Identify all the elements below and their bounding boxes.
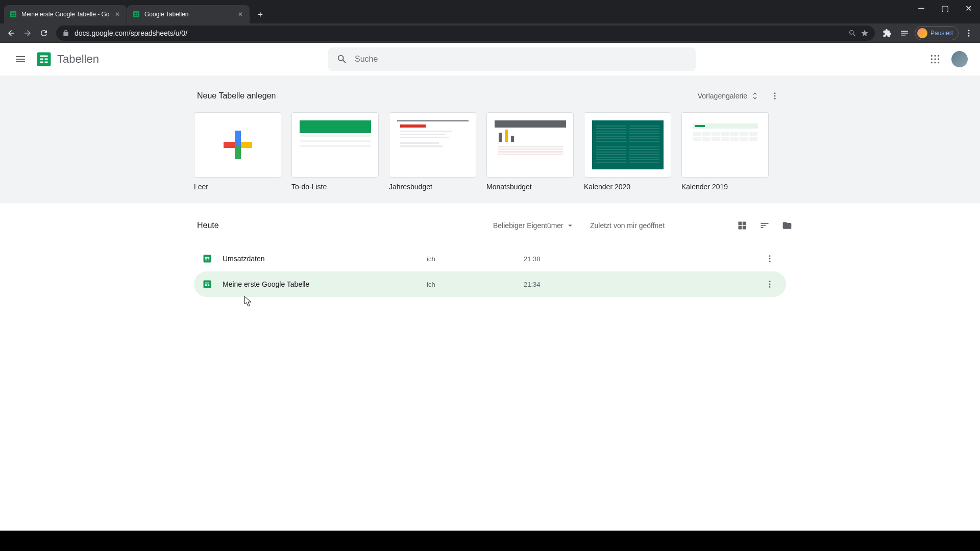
- svg-point-9: [931, 62, 933, 63]
- svg-point-3: [931, 55, 933, 57]
- zoom-icon[interactable]: [848, 29, 856, 37]
- docs-section: Heute Beliebiger Eigentümer Zuletzt von …: [0, 203, 980, 307]
- search-icon: [336, 54, 348, 65]
- search-bar[interactable]: [328, 47, 696, 71]
- document-name: Meine erste Google Tabelle: [223, 280, 427, 288]
- browser-tab[interactable]: Google Tabellen ✕: [127, 5, 250, 23]
- sheets-icon: [9, 10, 17, 18]
- profile-chip[interactable]: Pausiert: [915, 26, 959, 40]
- close-icon[interactable]: ✕: [236, 10, 244, 18]
- template-heading: Neue Tabelle anlegen: [197, 91, 276, 101]
- template-monthly-budget[interactable]: Monatsbudget: [486, 112, 574, 191]
- template-section: Neue Tabelle anlegen Vorlagengalerie: [0, 76, 980, 203]
- nav-forward-button[interactable]: [20, 26, 35, 40]
- lock-icon: [62, 30, 69, 37]
- profile-avatar: [917, 28, 927, 38]
- tab-title: Google Tabellen: [144, 11, 236, 18]
- close-icon[interactable]: ✕: [113, 10, 121, 18]
- template-label: Leer: [194, 183, 281, 191]
- sort-label: Zuletzt von mir geöffnet: [590, 221, 733, 230]
- template-label: To-do-Liste: [291, 183, 379, 191]
- tab-title: Meine erste Google Tabelle - Go: [21, 11, 113, 18]
- template-label: Jahresbudget: [389, 183, 476, 191]
- browser-address-bar: docs.google.com/spreadsheets/u/0/ Pausie…: [0, 23, 980, 43]
- window-maximize-button[interactable]: ▢: [933, 0, 957, 16]
- svg-point-20: [769, 286, 771, 288]
- owner-filter-label: Beliebiger Eigentümer: [493, 221, 564, 230]
- svg-point-18: [769, 281, 771, 282]
- app-header: Tabellen: [0, 43, 980, 76]
- reading-list-icon[interactable]: [897, 26, 912, 40]
- svg-point-13: [774, 95, 776, 97]
- template-todo[interactable]: To-do-Liste: [291, 112, 379, 191]
- search-input[interactable]: [355, 55, 688, 64]
- template-annual-budget[interactable]: Jahresbudget: [389, 112, 476, 191]
- svg-point-4: [934, 55, 936, 57]
- sheets-logo-icon: [35, 50, 53, 68]
- document-owner: ich: [427, 281, 524, 288]
- svg-point-2: [968, 35, 970, 37]
- sheets-file-icon: [202, 278, 212, 290]
- plus-icon: [224, 131, 252, 159]
- browser-tab[interactable]: Meine erste Google Tabelle - Go ✕: [4, 5, 127, 23]
- new-tab-button[interactable]: ＋: [253, 7, 267, 21]
- gallery-label: Vorlagengalerie: [698, 92, 747, 100]
- url-text: docs.google.com/spreadsheets/u/0/: [75, 29, 848, 37]
- template-blank[interactable]: Leer: [194, 112, 281, 191]
- sort-button[interactable]: [755, 216, 774, 235]
- document-name: Umsatzdaten: [223, 255, 427, 263]
- google-apps-button[interactable]: [925, 49, 945, 69]
- template-gallery-toggle[interactable]: Vorlagengalerie: [693, 88, 765, 104]
- document-more-button[interactable]: [762, 276, 778, 292]
- svg-point-12: [774, 92, 776, 94]
- extensions-icon[interactable]: [880, 26, 894, 40]
- dropdown-icon: [566, 221, 575, 230]
- svg-point-8: [938, 58, 939, 60]
- document-row[interactable]: Umsatzdaten ich 21:38: [194, 246, 786, 271]
- template-calendar-2020[interactable]: Kalender 2020: [584, 112, 671, 191]
- document-time: 21:38: [524, 255, 646, 263]
- owner-filter[interactable]: Beliebiger Eigentümer: [493, 221, 590, 230]
- template-more-button[interactable]: [767, 88, 783, 104]
- svg-point-10: [934, 62, 936, 63]
- chrome-menu-icon[interactable]: [962, 26, 976, 40]
- svg-point-0: [968, 30, 970, 31]
- folder-button[interactable]: [778, 216, 796, 235]
- svg-point-17: [769, 261, 771, 262]
- svg-point-1: [968, 33, 970, 34]
- template-label: Kalender 2019: [681, 183, 769, 191]
- profile-label: Pausiert: [930, 30, 953, 37]
- star-icon[interactable]: [861, 29, 869, 37]
- svg-point-5: [938, 55, 939, 57]
- template-label: Kalender 2020: [584, 183, 671, 191]
- document-time: 21:34: [524, 281, 646, 288]
- sheets-icon: [132, 10, 140, 18]
- nav-back-button[interactable]: [4, 26, 18, 40]
- window-minimize-button[interactable]: ─: [910, 0, 933, 16]
- windows-taskbar[interactable]: [0, 531, 980, 551]
- template-calendar-2019[interactable]: Kalender 2019: [681, 112, 769, 191]
- nav-reload-button[interactable]: [37, 26, 51, 40]
- template-label: Monatsbudget: [486, 183, 574, 191]
- document-owner: ich: [427, 255, 524, 263]
- main-menu-button[interactable]: [8, 47, 33, 71]
- document-more-button[interactable]: [762, 251, 778, 267]
- grid-view-button[interactable]: [733, 216, 751, 235]
- user-avatar[interactable]: [951, 51, 968, 67]
- app-title: Tabellen: [57, 53, 99, 66]
- svg-point-15: [769, 255, 771, 257]
- omnibox[interactable]: docs.google.com/spreadsheets/u/0/: [56, 26, 875, 41]
- app-logo[interactable]: Tabellen: [33, 50, 99, 68]
- browser-tab-strip: Meine erste Google Tabelle - Go ✕ Google…: [0, 0, 980, 23]
- svg-point-16: [769, 258, 771, 260]
- unfold-icon: [750, 91, 760, 101]
- svg-point-11: [938, 62, 939, 63]
- svg-point-14: [774, 98, 776, 99]
- docs-section-title: Heute: [197, 221, 355, 230]
- svg-point-7: [934, 58, 936, 60]
- document-row[interactable]: Meine erste Google Tabelle ich 21:34: [194, 271, 786, 297]
- sheets-file-icon: [202, 253, 212, 265]
- svg-point-6: [931, 58, 933, 60]
- svg-point-19: [769, 284, 771, 285]
- window-close-button[interactable]: ✕: [957, 0, 980, 16]
